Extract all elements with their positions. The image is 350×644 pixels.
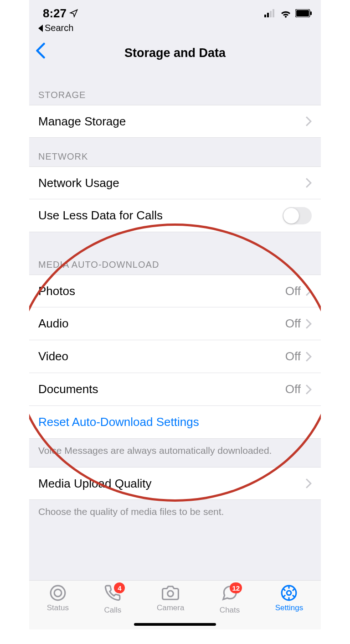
svg-rect-1 xyxy=(267,13,269,17)
camera-icon xyxy=(162,584,179,602)
svg-point-8 xyxy=(54,589,62,597)
photos-value: Off xyxy=(285,284,301,298)
tab-chats[interactable]: 12 Chats xyxy=(220,584,240,615)
chevron-right-icon xyxy=(305,319,312,329)
manage-storage-row[interactable]: Manage Storage xyxy=(29,105,321,138)
network-usage-row[interactable]: Network Usage xyxy=(29,166,321,199)
use-less-data-row[interactable]: Use Less Data for Calls xyxy=(29,199,321,232)
video-label: Video xyxy=(38,349,68,364)
svg-rect-6 xyxy=(310,11,312,15)
tab-camera-label: Camera xyxy=(157,603,184,613)
audio-value: Off xyxy=(285,317,301,331)
media-footer-note: Voice Messages are always automatically … xyxy=(29,439,321,467)
upload-footer-note: Choose the quality of media files to be … xyxy=(29,500,321,528)
chevron-left-icon xyxy=(36,42,46,59)
documents-label: Documents xyxy=(38,382,98,396)
phone-frame: 8:27 Search Stora xyxy=(29,0,321,629)
back-button[interactable] xyxy=(36,42,46,61)
reset-auto-download-row[interactable]: Reset Auto-Download Settings xyxy=(29,406,321,439)
documents-value: Off xyxy=(285,382,301,396)
status-time: 8:27 xyxy=(43,6,67,21)
video-row[interactable]: Video Off xyxy=(29,340,321,373)
reset-auto-download-label: Reset Auto-Download Settings xyxy=(38,415,199,429)
photos-label: Photos xyxy=(38,284,75,298)
documents-row[interactable]: Documents Off xyxy=(29,373,321,406)
manage-storage-label: Manage Storage xyxy=(38,114,126,129)
section-header-network: NETWORK xyxy=(29,138,321,166)
media-upload-quality-row[interactable]: Media Upload Quality xyxy=(29,467,321,500)
audio-row[interactable]: Audio Off xyxy=(29,307,321,340)
svg-rect-5 xyxy=(296,10,309,16)
svg-line-14 xyxy=(283,589,286,591)
chevron-right-icon xyxy=(305,352,312,362)
tab-calls-label: Calls xyxy=(104,606,122,615)
nav-header: Storage and Data xyxy=(29,39,321,67)
use-less-data-toggle[interactable] xyxy=(283,207,312,224)
svg-line-16 xyxy=(283,595,286,597)
location-icon xyxy=(69,9,78,18)
chevron-right-icon xyxy=(305,286,312,296)
svg-rect-3 xyxy=(273,9,274,17)
section-header-media: MEDIA AUTO-DOWNLOAD xyxy=(29,232,321,275)
tab-status[interactable]: Status xyxy=(47,584,69,613)
svg-line-17 xyxy=(293,589,295,591)
home-indicator[interactable] xyxy=(134,623,216,626)
svg-line-15 xyxy=(293,595,295,597)
tab-settings[interactable]: Settings xyxy=(275,584,303,613)
audio-label: Audio xyxy=(38,317,69,331)
svg-rect-2 xyxy=(270,11,272,17)
wifi-icon xyxy=(280,9,292,18)
chevron-right-icon xyxy=(305,116,312,126)
back-triangle-icon xyxy=(38,25,43,32)
tab-settings-label: Settings xyxy=(275,603,303,613)
photos-row[interactable]: Photos Off xyxy=(29,275,321,307)
media-upload-quality-label: Media Upload Quality xyxy=(38,477,152,491)
status-bar: 8:27 xyxy=(29,0,321,22)
status-icon xyxy=(49,584,67,602)
tab-camera[interactable]: Camera xyxy=(157,584,184,613)
chevron-right-icon xyxy=(305,478,312,488)
chats-badge: 12 xyxy=(230,582,242,593)
tab-bar: Status 4 Calls Camera 12 Chats Settings xyxy=(29,580,321,629)
chevron-right-icon xyxy=(305,178,312,188)
page-title: Storage and Data xyxy=(124,46,226,60)
svg-point-9 xyxy=(168,591,174,597)
tab-status-label: Status xyxy=(47,603,69,613)
video-value: Off xyxy=(285,349,301,364)
chevron-right-icon xyxy=(305,384,312,395)
svg-rect-0 xyxy=(264,15,266,17)
use-less-data-label: Use Less Data for Calls xyxy=(38,208,163,223)
svg-point-10 xyxy=(287,591,292,595)
svg-point-7 xyxy=(51,586,65,600)
back-to-app[interactable]: Search xyxy=(29,22,321,39)
calls-badge: 4 xyxy=(114,582,125,593)
battery-icon xyxy=(295,9,312,17)
tab-calls[interactable]: 4 Calls xyxy=(104,584,121,615)
section-header-storage: STORAGE xyxy=(29,67,321,105)
cellular-icon xyxy=(264,9,276,17)
network-usage-label: Network Usage xyxy=(38,176,119,190)
gear-icon xyxy=(280,584,298,602)
back-crumb-label: Search xyxy=(45,23,73,33)
tab-chats-label: Chats xyxy=(220,606,240,615)
